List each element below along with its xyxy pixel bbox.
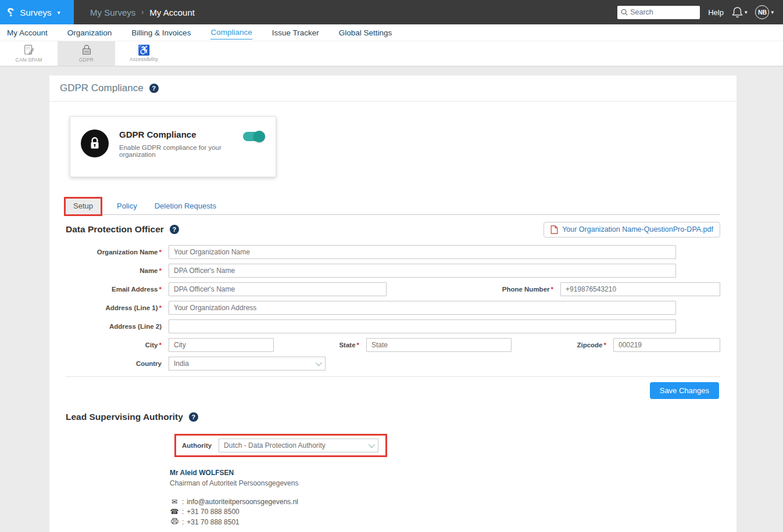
notifications-button[interactable]: ▾ [732,6,748,18]
tab-label: Accessibility [130,56,158,62]
required-marker: * [159,286,162,293]
required-marker: * [159,342,162,348]
account-nav: My Account Organization Billing & Invoic… [0,24,783,41]
separator: : [182,508,184,516]
chevron-down-icon [316,360,322,366]
tab-accessibility[interactable]: ♿ Accessibility [115,41,173,66]
tab-can-spam[interactable]: CAN-SPAM [0,41,58,66]
authority-contact-card: Mr Aleid WOLFSEN Chairman of Autoriteit … [170,469,736,526]
bell-icon [732,6,743,18]
tab-gdpr[interactable]: GDPR [58,41,115,66]
questionpro-logo-icon: ? [7,6,14,19]
help-link[interactable]: Help [708,8,724,17]
name-label: Name* [66,267,162,274]
nav-item-global-settings[interactable]: Global Settings [339,26,392,39]
chevron-down-icon: ▾ [57,9,60,16]
nav-item-my-account[interactable]: My Account [7,26,48,39]
lock-badge [81,130,109,157]
tab-deletion-requests[interactable]: Deletion Requests [153,199,217,214]
help-icon[interactable]: ? [189,412,198,422]
authority-contact-lines: ✉ : info@autoriteitpersoonsgegevens.nl ☎… [170,498,736,526]
gdpr-compliance-screen: ? Surveys ▾ My Surveys › My Account Help… [0,0,783,532]
authority-contact-title: Chairman of Autoriteit Persoonsgegevens [170,479,736,487]
breadcrumb: My Surveys › My Account [90,0,195,24]
document-pencil-icon [23,44,35,56]
name-input[interactable] [169,264,676,278]
nav-item-organization[interactable]: Organization [67,26,112,39]
organization-name-label: Organization Name* [66,249,162,256]
dpa-pdf-button[interactable]: Your Organization Name-QuestionPro-DPA.p… [544,222,720,238]
lock-icon [81,44,92,56]
enable-card-subtitle: Enable GDPR compliance for your organiza… [119,144,233,158]
email-input[interactable] [169,282,387,296]
zipcode-label: Zipcode* [577,342,606,348]
accessibility-icon: ♿ [138,45,150,55]
dpo-save-button[interactable]: Save Changes [650,382,719,399]
form-row-country: Country India [66,357,720,371]
toggle-knob [253,131,265,142]
dpo-section-head: Data Protection Officer ? Your Organizat… [49,221,736,238]
nav-item-compliance[interactable]: Compliance [210,26,252,39]
product-name: Surveys [20,8,51,17]
account-menu-button[interactable]: NB ▾ [755,5,774,19]
address2-input[interactable] [169,319,676,333]
nav-item-issue-tracker[interactable]: Issue Tracker [272,26,319,39]
product-switcher[interactable]: ? Surveys ▾ [0,0,74,24]
contact-phone-line: ☎ : +31 70 888 8500 [170,508,736,516]
state-label: State* [339,342,359,348]
required-marker: * [604,342,606,348]
breadcrumb-my-surveys[interactable]: My Surveys [90,8,135,17]
tab-policy[interactable]: Policy [116,199,138,214]
nav-item-billing-invoices[interactable]: Billing & Invoices [131,26,191,39]
pdf-button-label: Your Organization Name-QuestionPro-DPA.p… [562,225,713,233]
enable-card-text: GDPR Compliance Enable GDPR compliance f… [119,130,233,158]
dpo-form: Organization Name* Name* Email Address* … [49,245,736,371]
help-icon[interactable]: ? [149,84,159,93]
contact-fax-line: : +31 70 888 8501 [170,517,736,526]
avatar: NB [755,5,769,19]
contact-email-line: ✉ : info@autoriteitpersoonsgegevens.nl [170,498,736,506]
required-marker: * [159,249,162,256]
separator: : [182,498,184,506]
envelope-icon: ✉ [170,498,179,506]
address1-label: Address (Line 1)* [66,304,162,311]
help-icon[interactable]: ? [170,225,179,234]
email-label: Email Address* [66,286,162,293]
form-row-email-phone: Email Address* Phone Number* [66,282,720,296]
authority-contact-name: Mr Aleid WOLFSEN [170,469,736,477]
search-icon [621,9,628,16]
state-input[interactable] [366,338,512,352]
country-label: Country [66,360,162,367]
zipcode-input[interactable] [613,338,720,352]
form-row-address2: Address (Line 2) [66,319,720,333]
country-select[interactable]: India [169,357,326,371]
form-row-city-state-zip: City* State* Zipcode* [66,338,720,352]
lock-icon [87,136,102,151]
city-input[interactable] [169,338,274,352]
city-label: City* [66,342,162,348]
authority-annotation-box: Authority Dutch - Data Protection Author… [174,434,387,457]
contact-email: info@autoriteitpersoonsgegevens.nl [187,498,298,506]
tab-label: GDPR [79,57,94,63]
tab-setup[interactable]: Setup [66,199,101,214]
dpo-heading: Data Protection Officer [66,224,164,235]
address1-input[interactable] [169,301,676,315]
chevron-down-icon [369,441,375,448]
required-marker: * [159,267,162,274]
search-input[interactable] [630,8,694,16]
topbar-right: Help ▾ NB ▾ [617,0,783,24]
country-select-value: India [174,360,189,368]
gdpr-toggle[interactable] [243,132,265,141]
required-marker: * [357,342,359,348]
compliance-tab-bar: CAN-SPAM GDPR ♿ Accessibility [0,41,783,67]
required-marker: * [551,286,553,293]
organization-name-input[interactable] [169,245,676,259]
authority-label: Authority [182,442,212,449]
fax-icon [170,517,179,526]
gdpr-content-panel: GDPR Compliance ? GDPR Compliance Enable… [49,76,736,532]
breadcrumb-separator-icon: › [141,8,144,16]
authority-select[interactable]: Dutch - Data Protection Authority [219,438,378,452]
chevron-down-icon: ▾ [745,9,748,15]
search-box[interactable] [617,6,700,19]
phone-input[interactable] [560,282,720,296]
